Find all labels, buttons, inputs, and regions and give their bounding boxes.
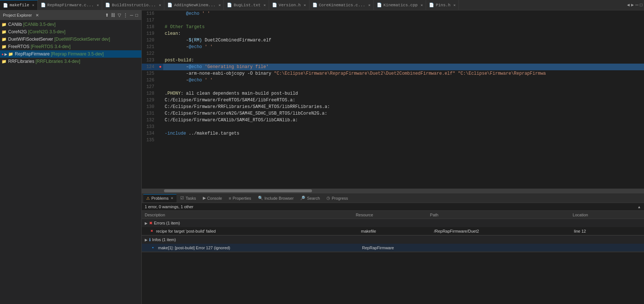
tab-include-browser[interactable]: 🔍 Include Browser [255,194,297,202]
problems-tab-close[interactable]: ✕ [171,196,174,200]
bottom-panel-tab-bar: ⚠ Problems ✕ ☑ Tasks ▶ Console ≡ Propert… [142,193,644,203]
tab-pins[interactable]: 📄 Pins.h ✕ [426,0,459,10]
project-tree: 📁 CANlib [CANlib 3.5-dev] 📁 CoreN2G [Cor… [0,20,141,304]
info-item-description: make[1]: [post-build] Error 127 (ignored… [157,246,359,250]
problems-panel-content: 1 error, 0 warnings, 1 other ▲ Descripti… [142,203,644,304]
main-content: Project Explorer ✕ ⬆ ⛓ ▽ ⋮ ─ □ 📁 CANlib … [0,10,644,304]
progress-tab-icon: ◷ [326,196,330,200]
bottom-panel: ⚠ Problems ✕ ☑ Tasks ▶ Console ≡ Propert… [142,193,644,304]
console-tab-icon: ▶ [203,196,206,200]
tree-item-canlib[interactable]: 📁 CANlib [CANlib 3.5-dev] [0,21,141,28]
adding-tab-icon: 📄 [167,3,172,7]
tab-buglist[interactable]: 📄 BugList.txt ✕ [224,0,269,10]
reprap-expand-icon: ▶ [4,52,7,56]
errors-group-arrow: ▶ [145,221,148,225]
makefile-tab-close[interactable]: ✕ [32,3,34,7]
tree-item-rrf[interactable]: 📁 RRFLibraries [RRFLibraries 3.4-dev] [0,58,141,65]
problem-row-0[interactable]: ✖ recipe for target 'post-build' failed … [142,227,644,235]
buglist-tab-close[interactable]: ✕ [264,3,266,7]
tab-corekinematics[interactable]: 📄 CoreKinematics.c... ✕ [309,0,374,10]
code-line-120: 120 -$(RM) Duet2CombinedFirmware.elf [142,37,644,44]
code-line-132: 132 C:/Eclipse/Firmware/CANlib/SAM4E_RTO… [142,117,644,124]
reprap-tab-close[interactable]: ✕ [97,3,99,7]
adding-tab-close[interactable]: ✕ [218,3,221,7]
infos-group-header[interactable]: ▶ ℹ Infos (1 item) [142,236,644,244]
console-tab-label: Console [207,196,222,200]
tab-search[interactable]: 🔎 Search [297,194,323,202]
tab-properties[interactable]: ≡ Properties [226,194,254,202]
tab-reprapfirmware[interactable]: 📄 RepRapFirmware.c... ✕ [38,0,102,10]
code-line-123: 123 post-build: [142,57,644,64]
tab-minimize[interactable]: ─ [635,2,638,8]
sidebar-toolbar: ⬆ ⛓ ▽ ⋮ ─ □ [105,12,138,18]
canlib-project-icon: 📁 [1,22,7,27]
tab-progress[interactable]: ◷ Progress [323,194,351,202]
tab-version[interactable]: 📄 Version.h ✕ [269,0,309,10]
infos-group-label: Infos (1 item) [152,237,176,242]
buglist-tab-icon: 📄 [227,3,232,7]
corekin-tab-close[interactable]: ✕ [368,3,370,7]
freertos-project-icon: 📁 [1,44,7,49]
project-explorer-sidebar: Project Explorer ✕ ⬆ ⛓ ▽ ⋮ ─ □ 📁 CANlib … [0,10,142,304]
tab-maximize[interactable]: □ [640,3,643,8]
tab-addingkinematics[interactable]: 📄 AddingNewKinem... ✕ [164,0,224,10]
sidebar-header: Project Explorer ✕ ⬆ ⛓ ▽ ⋮ ─ □ [0,10,141,20]
tree-item-reprapfirmware[interactable]: ● ▶ 📁 RepRapFirmware [Reprap Firmware 3.… [0,50,141,58]
code-editor[interactable]: 116 @echo ' ' 117 118 # Other Targets 11… [142,10,644,189]
kin-tab-close[interactable]: ✕ [420,3,423,7]
makefile-tab-label: makefile [10,3,29,7]
link-with-editor-icon[interactable]: ⛓ [111,12,116,18]
problems-table-header: Description Resource Path Location [142,211,644,219]
sidebar-maximize-icon[interactable]: □ [135,12,138,18]
code-line-135: 135 [142,137,644,143]
build-tab-close[interactable]: ✕ [159,3,161,7]
sidebar-menu-icon[interactable]: ⋮ [123,12,128,18]
code-line-131: 131 C:/Eclipse/Firmware/CoreN2G/SAM4E_SD… [142,110,644,117]
tab-kinematics[interactable]: 📄 Kinematics.cpp ✕ [374,0,426,10]
freertos-label: FreeRTOS [FreeRTOS 3.4-dev] [8,44,71,49]
properties-tab-label: Properties [232,196,251,200]
tree-item-freertos[interactable]: 📁 FreeRTOS [FreeRTOS 3.4-dev] [0,43,141,50]
code-line-129: 129 C:/Eclipse/Firmware/FreeRTOS/SAM4E/l… [142,97,644,104]
code-line-134: 134 -include ../makefile.targets [142,130,644,137]
tab-buildinstructions[interactable]: 📄 BuildInstructio... ✕ [102,0,164,10]
progress-tab-label: Progress [332,196,348,200]
tab-overflow-left[interactable]: ◀ [627,2,630,8]
infos-group: ▶ ℹ Infos (1 item) 🔹 make[1]: [post-buil… [142,236,644,252]
h-scrollbar-thumb[interactable] [164,189,312,192]
code-line-119: 119 clean: [142,30,644,37]
tree-item-duetwifi[interactable]: 📁 DuetWiFiSocketServer [DuetWiFiSocketSe… [0,36,141,43]
problem-row-1[interactable]: 🔹 make[1]: [post-build] Error 127 (ignor… [142,244,644,252]
pins-tab-close[interactable]: ✕ [453,3,456,7]
build-tab-label: BuildInstructio... [112,3,156,7]
tasks-tab-icon: ☑ [180,196,184,200]
collapse-all-icon[interactable]: ⬆ [105,12,109,18]
sidebar-minimize-icon[interactable]: ─ [130,12,134,18]
editor-horizontal-scrollbar[interactable] [142,189,644,193]
tab-makefile[interactable]: 📄 makefile ✕ [0,0,38,10]
tab-console[interactable]: ▶ Console [200,194,225,202]
tab-overflow-right[interactable]: ▶ [631,2,634,8]
collapse-summary-arrow[interactable]: ▲ [637,205,641,209]
sidebar-title-area: Project Explorer ✕ [3,13,39,18]
version-tab-close[interactable]: ✕ [303,3,306,7]
properties-tab-icon: ≡ [229,196,231,200]
errors-group-header[interactable]: ▶ ✖ Errors (1 item) [142,219,644,227]
reprap-tab-label: RepRapFirmware.c... [47,3,94,7]
code-line-122: 122 [142,50,644,57]
problems-tab-label: Problems [151,196,168,200]
code-line-127: 127 [142,84,644,90]
infos-group-icon: ℹ [149,237,151,242]
tab-bar: 📄 makefile ✕ 📄 RepRapFirmware.c... ✕ 📄 B… [0,0,644,10]
tasks-tab-label: Tasks [185,196,196,200]
info-item-resource: RepRapFirmware [359,246,432,250]
tab-problems[interactable]: ⚠ Problems ✕ [143,194,177,202]
filter-icon[interactable]: ▽ [117,12,121,18]
pins-tab-label: Pins.h [436,3,450,7]
sidebar-close-icon[interactable]: ✕ [36,13,39,18]
error-item-path: /RepRapFirmware/Duet2 [431,229,571,233]
tree-item-coren2g[interactable]: 📁 CoreN2G [CoreN2G 3.5-dev] [0,28,141,36]
kin-tab-label: Kinematics.cpp [383,3,417,7]
tab-tasks[interactable]: ☑ Tasks [177,194,199,202]
pins-tab-icon: 📄 [429,3,434,7]
